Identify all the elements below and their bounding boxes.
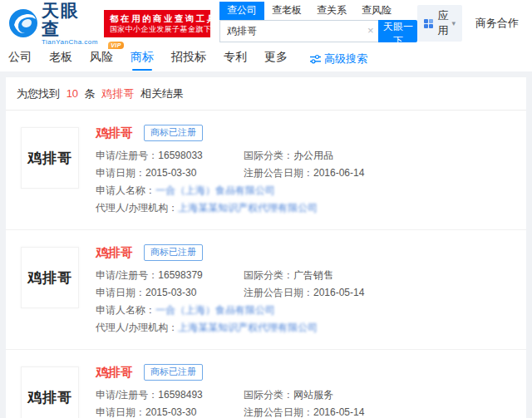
app-date-label: 申请日期：: [96, 287, 145, 298]
search-tab-company[interactable]: 查公司: [219, 2, 264, 20]
search-button[interactable]: 天眼一下: [378, 20, 417, 42]
agent-label: 代理人/办理机构：: [96, 202, 178, 214]
agent-link-redacted[interactable]: 上海某某知识产权代理有限公司: [178, 322, 318, 333]
app-date-label: 申请日期：: [96, 406, 145, 418]
summary-unit: 条: [85, 87, 96, 100]
apps-grid-icon: [424, 19, 433, 28]
pub-date-value: 2016-06-14: [313, 167, 364, 179]
search-tab-relation[interactable]: 查关系: [309, 2, 354, 20]
search-tab-risk[interactable]: 查风险: [354, 2, 399, 20]
applicant-label: 申请人名称：: [96, 184, 155, 196]
trademark-title-link[interactable]: 鸡排哥: [96, 125, 133, 141]
intl-class-value: 广告销售: [293, 269, 333, 281]
intl-class-value: 办公用品: [293, 150, 333, 161]
advanced-search-link[interactable]: 高级搜索: [310, 52, 367, 66]
intl-class-label: 国际分类：: [244, 389, 293, 401]
caret-down-icon: ▾: [451, 19, 456, 27]
logo-domain: TianYanCha.com: [42, 38, 98, 46]
search-row: × 天眼一下: [219, 20, 418, 42]
reg-no-label: 申请/注册号：: [96, 389, 158, 401]
app-date-value: 2015-03-30: [145, 287, 196, 298]
pub-date-label: 注册公告日期：: [244, 287, 313, 298]
nav-item-risk-label: 风险: [90, 50, 113, 63]
intl-class-value: 网站服务: [293, 389, 333, 401]
nav-item-bidding[interactable]: 招投标: [171, 50, 206, 68]
applicant-link-redacted[interactable]: 一合（上海）食品有限公司: [155, 184, 275, 196]
search-tab-boss[interactable]: 查老板: [264, 2, 309, 20]
category-nav: 公司 老板 风险 VIP 商标 招投标 专利 更多 高级搜索: [0, 47, 532, 71]
vip-badge: VIP: [108, 42, 124, 49]
intl-class-label: 国际分类：: [244, 269, 293, 281]
agent-link-redacted[interactable]: 上海某某知识产权代理有限公司: [178, 202, 318, 214]
business-cooperation-link[interactable]: 商务合作: [475, 16, 519, 31]
reg-no-value: 16598379: [158, 269, 202, 281]
results-summary: 为您找到 10 条 鸡排哥 相关结果: [6, 77, 526, 111]
pub-date-label: 注册公告日期：: [244, 167, 313, 179]
trademark-card: 鸡排哥 鸡排哥 商标已注册 申请/注册号：16598493 国际分类：网站服务 …: [6, 350, 526, 418]
reg-no-value: 16598033: [158, 150, 202, 161]
search-input-wrap: ×: [219, 20, 379, 42]
summary-suffix: 相关结果: [140, 87, 184, 100]
nav-item-more[interactable]: 更多: [264, 50, 288, 68]
reg-no-label: 申请/注册号：: [96, 150, 158, 161]
nav-item-company[interactable]: 公司: [8, 50, 32, 68]
summary-prefix: 为您找到: [17, 87, 60, 100]
nav-item-boss[interactable]: 老板: [49, 50, 72, 68]
applicant-link-redacted[interactable]: 一合（上海）食品有限公司: [155, 304, 275, 316]
app-date-label: 申请日期：: [96, 167, 145, 179]
applicant-label: 申请人名称：: [96, 304, 155, 316]
pub-date-label: 注册公告日期：: [244, 406, 313, 418]
trademark-image[interactable]: 鸡排哥: [21, 366, 79, 418]
trademark-card-body: 鸡排哥 商标已注册 申请/注册号：16598493 国际分类：网站服务 申请日期…: [96, 364, 364, 418]
logo-text: 天眼查 TianYanCha.com: [42, 2, 98, 46]
apps-button[interactable]: 应用 ▾: [417, 5, 462, 42]
reg-no-value: 16598493: [158, 389, 202, 401]
results-panel: 为您找到 10 条 鸡排哥 相关结果 鸡排哥 鸡排哥 商标已注册 申请/注册号：…: [6, 77, 526, 418]
trademark-image[interactable]: 鸡排哥: [21, 127, 79, 189]
agent-label: 代理人/办理机构：: [96, 322, 178, 333]
promo-line-1: 都在用的商业查询工具: [110, 13, 204, 24]
tianyancha-logo[interactable]: 天眼查 TianYanCha.com: [8, 2, 98, 46]
summary-count: 10: [66, 87, 78, 100]
trademark-title-link[interactable]: 鸡排哥: [96, 365, 133, 381]
trademark-image[interactable]: 鸡排哥: [21, 247, 79, 308]
status-badge: 商标已注册: [144, 125, 203, 141]
app-date-value: 2015-03-30: [145, 167, 196, 179]
sliders-icon: [310, 54, 321, 64]
reg-no-label: 申请/注册号：: [96, 269, 158, 281]
status-badge: 商标已注册: [144, 364, 203, 381]
promo-banner[interactable]: 都在用的商业查询工具 国家中小企业发展子基金旗下机构: [104, 10, 210, 37]
app-date-value: 2015-03-30: [145, 406, 196, 418]
search-input[interactable]: [219, 20, 379, 42]
status-badge: 商标已注册: [144, 244, 203, 261]
search-tabs: 查公司 查老板 查关系 查风险: [219, 4, 418, 20]
pub-date-value: 2016-05-14: [313, 287, 364, 298]
search-area: 查公司 查老板 查关系 查风险 × 天眼一下: [219, 4, 418, 42]
trademark-card: 鸡排哥 鸡排哥 商标已注册 申请/注册号：16598379 国际分类：广告销售 …: [6, 230, 526, 350]
apps-label: 应用: [437, 8, 448, 38]
pub-date-value: 2016-05-14: [313, 406, 364, 418]
trademark-card: 鸡排哥 鸡排哥 商标已注册 申请/注册号：16598033 国际分类：办公用品 …: [6, 111, 526, 230]
trademark-title-link[interactable]: 鸡排哥: [96, 245, 133, 261]
trademark-card-body: 鸡排哥 商标已注册 申请/注册号：16598033 国际分类：办公用品 申请日期…: [96, 125, 364, 217]
header: 天眼查 TianYanCha.com 都在用的商业查询工具 国家中小企业发展子基…: [0, 0, 532, 47]
clear-icon[interactable]: ×: [367, 24, 374, 37]
promo-line-2: 国家中小企业发展子基金旗下机构: [110, 24, 204, 34]
trademark-card-body: 鸡排哥 商标已注册 申请/注册号：16598379 国际分类：广告销售 申请日期…: [96, 244, 364, 337]
nav-item-risk[interactable]: 风险 VIP: [90, 50, 113, 68]
summary-keyword: 鸡排哥: [101, 87, 134, 100]
intl-class-label: 国际分类：: [244, 150, 293, 161]
tianyancha-logo-icon: [8, 8, 38, 38]
page-background: 为您找到 10 条 鸡排哥 相关结果 鸡排哥 鸡排哥 商标已注册 申请/注册号：…: [0, 71, 532, 418]
header-right: 应用 ▾ 商务合作: [417, 5, 525, 42]
advanced-search-label: 高级搜索: [324, 52, 367, 66]
nav-item-trademark[interactable]: 商标: [131, 50, 154, 68]
nav-item-patent[interactable]: 专利: [224, 50, 247, 68]
logo-title: 天眼查: [42, 2, 98, 38]
